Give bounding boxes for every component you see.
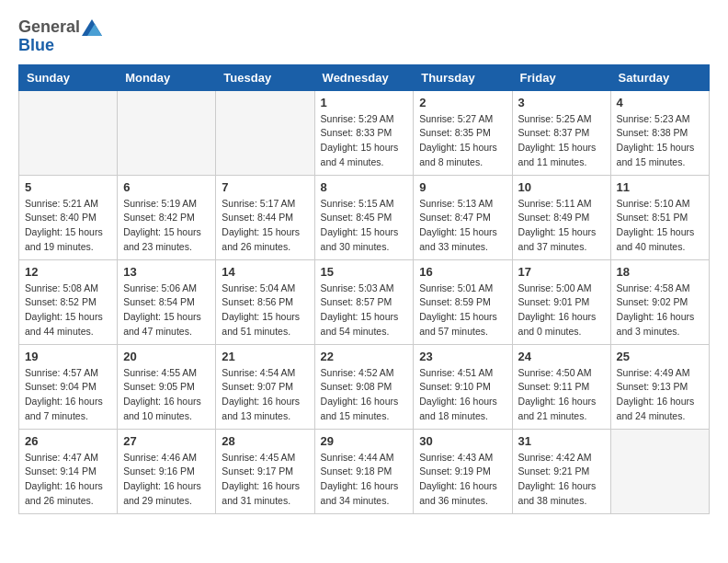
calendar-cell: 7Sunrise: 5:17 AM Sunset: 8:44 PM Daylig…: [216, 175, 314, 259]
day-number: 10: [518, 180, 605, 194]
logo-general: General: [18, 18, 80, 37]
calendar-cell: [216, 90, 314, 175]
day-number: 15: [321, 265, 408, 279]
day-detail: Sunrise: 5:25 AM Sunset: 8:37 PM Dayligh…: [518, 112, 605, 170]
logo-icon: [82, 19, 102, 36]
calendar-cell: 28Sunrise: 4:45 AM Sunset: 9:17 PM Dayli…: [216, 429, 314, 513]
day-detail: Sunrise: 4:45 AM Sunset: 9:17 PM Dayligh…: [222, 451, 308, 509]
day-number: 12: [25, 265, 111, 279]
calendar-cell: 10Sunrise: 5:11 AM Sunset: 8:49 PM Dayli…: [512, 175, 610, 259]
calendar-cell: 3Sunrise: 5:25 AM Sunset: 8:37 PM Daylig…: [512, 90, 610, 175]
calendar-cell: 26Sunrise: 4:47 AM Sunset: 9:14 PM Dayli…: [19, 429, 118, 513]
day-number: 8: [321, 180, 408, 194]
calendar-cell: 9Sunrise: 5:13 AM Sunset: 8:47 PM Daylig…: [414, 175, 512, 259]
day-number: 24: [518, 350, 605, 363]
calendar-cell: 14Sunrise: 5:04 AM Sunset: 8:56 PM Dayli…: [216, 259, 314, 344]
day-detail: Sunrise: 4:44 AM Sunset: 9:18 PM Dayligh…: [321, 451, 408, 509]
day-number: 18: [617, 265, 703, 279]
day-detail: Sunrise: 4:42 AM Sunset: 9:21 PM Dayligh…: [518, 451, 605, 509]
header: General Blue: [18, 18, 710, 55]
day-number: 6: [123, 180, 210, 194]
calendar-cell: 21Sunrise: 4:54 AM Sunset: 9:07 PM Dayli…: [216, 344, 314, 429]
day-number: 17: [518, 265, 605, 279]
calendar-cell: 1Sunrise: 5:29 AM Sunset: 8:33 PM Daylig…: [314, 90, 414, 175]
day-number: 26: [25, 434, 111, 448]
day-number: 25: [617, 350, 703, 363]
day-number: 21: [222, 350, 308, 363]
week-row-4: 19Sunrise: 4:57 AM Sunset: 9:04 PM Dayli…: [19, 344, 710, 429]
calendar-cell: 24Sunrise: 4:50 AM Sunset: 9:11 PM Dayli…: [512, 344, 610, 429]
weekday-header-tuesday: Tuesday: [216, 64, 314, 90]
day-number: 29: [321, 434, 408, 448]
day-number: 31: [518, 434, 605, 448]
day-detail: Sunrise: 5:00 AM Sunset: 9:01 PM Dayligh…: [518, 282, 605, 339]
day-detail: Sunrise: 5:08 AM Sunset: 8:52 PM Dayligh…: [25, 282, 111, 339]
day-detail: Sunrise: 5:23 AM Sunset: 8:38 PM Dayligh…: [617, 112, 703, 170]
day-detail: Sunrise: 5:10 AM Sunset: 8:51 PM Dayligh…: [617, 197, 703, 255]
day-detail: Sunrise: 4:55 AM Sunset: 9:05 PM Dayligh…: [123, 366, 210, 424]
day-number: 9: [419, 180, 506, 194]
weekday-header-sunday: Sunday: [19, 64, 118, 90]
calendar-cell: 20Sunrise: 4:55 AM Sunset: 9:05 PM Dayli…: [118, 344, 216, 429]
day-detail: Sunrise: 5:03 AM Sunset: 8:57 PM Dayligh…: [321, 282, 408, 339]
calendar-cell: [610, 429, 709, 513]
calendar-cell: 8Sunrise: 5:15 AM Sunset: 8:45 PM Daylig…: [314, 175, 414, 259]
week-row-5: 26Sunrise: 4:47 AM Sunset: 9:14 PM Dayli…: [19, 429, 710, 513]
day-detail: Sunrise: 5:29 AM Sunset: 8:33 PM Dayligh…: [321, 112, 408, 170]
calendar-table: SundayMondayTuesdayWednesdayThursdayFrid…: [18, 64, 710, 514]
day-number: 22: [321, 350, 408, 363]
day-number: 30: [419, 434, 506, 448]
day-detail: Sunrise: 5:13 AM Sunset: 8:47 PM Dayligh…: [419, 197, 506, 255]
day-detail: Sunrise: 4:43 AM Sunset: 9:19 PM Dayligh…: [419, 451, 506, 509]
day-detail: Sunrise: 4:46 AM Sunset: 9:16 PM Dayligh…: [123, 451, 210, 509]
weekday-header-row: SundayMondayTuesdayWednesdayThursdayFrid…: [19, 64, 710, 90]
calendar-cell: 4Sunrise: 5:23 AM Sunset: 8:38 PM Daylig…: [610, 90, 709, 175]
calendar-cell: 17Sunrise: 5:00 AM Sunset: 9:01 PM Dayli…: [512, 259, 610, 344]
day-detail: Sunrise: 4:49 AM Sunset: 9:13 PM Dayligh…: [617, 366, 703, 424]
calendar-cell: 29Sunrise: 4:44 AM Sunset: 9:18 PM Dayli…: [314, 429, 414, 513]
day-detail: Sunrise: 5:27 AM Sunset: 8:35 PM Dayligh…: [419, 112, 506, 170]
calendar-cell: 18Sunrise: 4:58 AM Sunset: 9:02 PM Dayli…: [610, 259, 709, 344]
day-number: 19: [25, 350, 111, 363]
logo-blue: Blue: [18, 37, 102, 55]
day-number: 1: [321, 96, 408, 109]
calendar-cell: 27Sunrise: 4:46 AM Sunset: 9:16 PM Dayli…: [118, 429, 216, 513]
week-row-2: 5Sunrise: 5:21 AM Sunset: 8:40 PM Daylig…: [19, 175, 710, 259]
day-number: 27: [123, 434, 210, 448]
day-detail: Sunrise: 5:17 AM Sunset: 8:44 PM Dayligh…: [222, 197, 308, 255]
day-detail: Sunrise: 5:04 AM Sunset: 8:56 PM Dayligh…: [222, 282, 308, 339]
day-number: 11: [617, 180, 703, 194]
day-number: 20: [123, 350, 210, 363]
day-detail: Sunrise: 5:21 AM Sunset: 8:40 PM Dayligh…: [25, 197, 111, 255]
day-detail: Sunrise: 5:01 AM Sunset: 8:59 PM Dayligh…: [419, 282, 506, 339]
weekday-header-friday: Friday: [512, 64, 610, 90]
day-number: 23: [419, 350, 506, 363]
calendar-cell: 31Sunrise: 4:42 AM Sunset: 9:21 PM Dayli…: [512, 429, 610, 513]
day-number: 2: [419, 96, 506, 109]
weekday-header-wednesday: Wednesday: [314, 64, 414, 90]
weekday-header-thursday: Thursday: [414, 64, 512, 90]
calendar-cell: 22Sunrise: 4:52 AM Sunset: 9:08 PM Dayli…: [314, 344, 414, 429]
logo: General Blue: [18, 18, 102, 55]
calendar-cell: 13Sunrise: 5:06 AM Sunset: 8:54 PM Dayli…: [118, 259, 216, 344]
day-number: 4: [617, 96, 703, 109]
calendar-cell: 25Sunrise: 4:49 AM Sunset: 9:13 PM Dayli…: [610, 344, 709, 429]
day-number: 5: [25, 180, 111, 194]
calendar-cell: [19, 90, 118, 175]
calendar-cell: 11Sunrise: 5:10 AM Sunset: 8:51 PM Dayli…: [610, 175, 709, 259]
day-detail: Sunrise: 4:50 AM Sunset: 9:11 PM Dayligh…: [518, 366, 605, 424]
day-number: 14: [222, 265, 308, 279]
week-row-1: 1Sunrise: 5:29 AM Sunset: 8:33 PM Daylig…: [19, 90, 710, 175]
calendar-cell: 30Sunrise: 4:43 AM Sunset: 9:19 PM Dayli…: [414, 429, 512, 513]
calendar-cell: 5Sunrise: 5:21 AM Sunset: 8:40 PM Daylig…: [19, 175, 118, 259]
day-detail: Sunrise: 4:54 AM Sunset: 9:07 PM Dayligh…: [222, 366, 308, 424]
week-row-3: 12Sunrise: 5:08 AM Sunset: 8:52 PM Dayli…: [19, 259, 710, 344]
day-number: 13: [123, 265, 210, 279]
day-number: 3: [518, 96, 605, 109]
day-detail: Sunrise: 5:19 AM Sunset: 8:42 PM Dayligh…: [123, 197, 210, 255]
weekday-header-monday: Monday: [118, 64, 216, 90]
day-detail: Sunrise: 5:06 AM Sunset: 8:54 PM Dayligh…: [123, 282, 210, 339]
calendar-cell: 16Sunrise: 5:01 AM Sunset: 8:59 PM Dayli…: [414, 259, 512, 344]
weekday-header-saturday: Saturday: [610, 64, 709, 90]
day-detail: Sunrise: 4:57 AM Sunset: 9:04 PM Dayligh…: [25, 366, 111, 424]
